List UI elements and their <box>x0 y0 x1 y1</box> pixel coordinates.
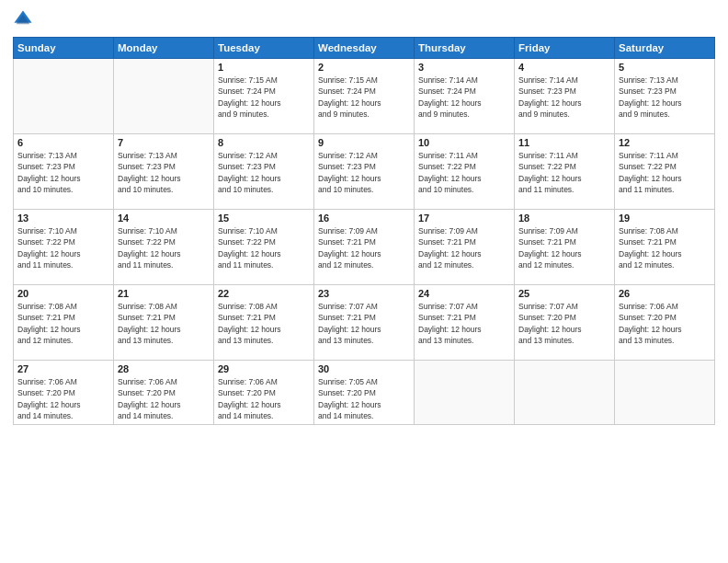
calendar-cell <box>114 59 214 134</box>
calendar-cell <box>415 361 515 425</box>
calendar-cell: 30Sunrise: 7:05 AM Sunset: 7:20 PM Dayli… <box>314 361 415 425</box>
calendar-cell: 8Sunrise: 7:12 AM Sunset: 7:23 PM Daylig… <box>214 134 314 210</box>
day-info: Sunrise: 7:07 AM Sunset: 7:20 PM Dayligh… <box>518 301 610 346</box>
day-number: 24 <box>418 288 510 299</box>
day-info: Sunrise: 7:15 AM Sunset: 7:24 PM Dayligh… <box>318 75 410 120</box>
day-info: Sunrise: 7:09 AM Sunset: 7:21 PM Dayligh… <box>418 225 510 270</box>
weekday-header-row: SundayMondayTuesdayWednesdayThursdayFrid… <box>14 38 715 59</box>
day-number: 21 <box>118 288 210 299</box>
day-number: 4 <box>518 62 610 73</box>
day-number: 27 <box>17 363 109 374</box>
calendar-cell: 20Sunrise: 7:08 AM Sunset: 7:21 PM Dayli… <box>14 285 114 361</box>
calendar-cell: 9Sunrise: 7:12 AM Sunset: 7:23 PM Daylig… <box>314 134 415 210</box>
day-info: Sunrise: 7:12 AM Sunset: 7:23 PM Dayligh… <box>218 150 310 195</box>
day-number: 23 <box>318 288 410 299</box>
calendar-cell: 23Sunrise: 7:07 AM Sunset: 7:21 PM Dayli… <box>314 285 415 361</box>
day-info: Sunrise: 7:10 AM Sunset: 7:22 PM Dayligh… <box>118 225 210 270</box>
logo <box>13 9 35 29</box>
day-number: 7 <box>118 137 210 148</box>
calendar-cell <box>515 361 615 425</box>
day-number: 5 <box>619 62 711 73</box>
week-row-2: 6Sunrise: 7:13 AM Sunset: 7:23 PM Daylig… <box>14 134 715 210</box>
calendar-cell: 28Sunrise: 7:06 AM Sunset: 7:20 PM Dayli… <box>114 361 214 425</box>
day-number: 9 <box>318 137 410 148</box>
day-number: 14 <box>118 213 210 224</box>
week-row-5: 27Sunrise: 7:06 AM Sunset: 7:20 PM Dayli… <box>14 361 715 425</box>
calendar-cell: 19Sunrise: 7:08 AM Sunset: 7:21 PM Dayli… <box>615 210 715 285</box>
day-number: 16 <box>318 213 410 224</box>
day-number: 15 <box>218 213 310 224</box>
day-info: Sunrise: 7:15 AM Sunset: 7:24 PM Dayligh… <box>218 75 310 120</box>
day-number: 10 <box>418 137 510 148</box>
weekday-header-saturday: Saturday <box>615 38 715 59</box>
day-info: Sunrise: 7:11 AM Sunset: 7:22 PM Dayligh… <box>619 150 711 195</box>
calendar-cell: 6Sunrise: 7:13 AM Sunset: 7:23 PM Daylig… <box>14 134 114 210</box>
day-info: Sunrise: 7:12 AM Sunset: 7:23 PM Dayligh… <box>318 150 410 195</box>
calendar-cell: 21Sunrise: 7:08 AM Sunset: 7:21 PM Dayli… <box>114 285 214 361</box>
day-info: Sunrise: 7:08 AM Sunset: 7:21 PM Dayligh… <box>17 301 109 346</box>
day-info: Sunrise: 7:07 AM Sunset: 7:21 PM Dayligh… <box>318 301 410 346</box>
calendar-cell: 14Sunrise: 7:10 AM Sunset: 7:22 PM Dayli… <box>114 210 214 285</box>
week-row-1: 1Sunrise: 7:15 AM Sunset: 7:24 PM Daylig… <box>14 59 715 134</box>
day-number: 20 <box>17 288 109 299</box>
calendar-cell: 16Sunrise: 7:09 AM Sunset: 7:21 PM Dayli… <box>314 210 415 285</box>
day-info: Sunrise: 7:07 AM Sunset: 7:21 PM Dayligh… <box>418 301 510 346</box>
day-number: 22 <box>218 288 310 299</box>
day-info: Sunrise: 7:08 AM Sunset: 7:21 PM Dayligh… <box>218 301 310 346</box>
weekday-header-wednesday: Wednesday <box>314 38 415 59</box>
day-info: Sunrise: 7:14 AM Sunset: 7:23 PM Dayligh… <box>518 75 610 120</box>
calendar-cell: 27Sunrise: 7:06 AM Sunset: 7:20 PM Dayli… <box>14 361 114 425</box>
day-info: Sunrise: 7:13 AM Sunset: 7:23 PM Dayligh… <box>619 75 711 120</box>
calendar-cell: 15Sunrise: 7:10 AM Sunset: 7:22 PM Dayli… <box>214 210 314 285</box>
calendar-cell: 13Sunrise: 7:10 AM Sunset: 7:22 PM Dayli… <box>14 210 114 285</box>
calendar-cell: 24Sunrise: 7:07 AM Sunset: 7:21 PM Dayli… <box>415 285 515 361</box>
weekday-header-thursday: Thursday <box>415 38 515 59</box>
calendar-cell: 22Sunrise: 7:08 AM Sunset: 7:21 PM Dayli… <box>214 285 314 361</box>
calendar-cell: 1Sunrise: 7:15 AM Sunset: 7:24 PM Daylig… <box>214 59 314 134</box>
calendar-table: SundayMondayTuesdayWednesdayThursdayFrid… <box>13 37 715 425</box>
day-number: 18 <box>518 213 610 224</box>
weekday-header-friday: Friday <box>515 38 615 59</box>
week-row-4: 20Sunrise: 7:08 AM Sunset: 7:21 PM Dayli… <box>14 285 715 361</box>
weekday-header-tuesday: Tuesday <box>214 38 314 59</box>
day-info: Sunrise: 7:09 AM Sunset: 7:21 PM Dayligh… <box>518 225 610 270</box>
weekday-header-monday: Monday <box>114 38 214 59</box>
day-info: Sunrise: 7:05 AM Sunset: 7:20 PM Dayligh… <box>318 376 410 421</box>
calendar-cell: 17Sunrise: 7:09 AM Sunset: 7:21 PM Dayli… <box>415 210 515 285</box>
header <box>13 9 715 29</box>
day-info: Sunrise: 7:06 AM Sunset: 7:20 PM Dayligh… <box>118 376 210 421</box>
day-info: Sunrise: 7:11 AM Sunset: 7:22 PM Dayligh… <box>418 150 510 195</box>
day-number: 11 <box>518 137 610 148</box>
day-info: Sunrise: 7:13 AM Sunset: 7:23 PM Dayligh… <box>118 150 210 195</box>
day-number: 1 <box>218 62 310 73</box>
day-number: 3 <box>418 62 510 73</box>
day-number: 26 <box>619 288 711 299</box>
day-info: Sunrise: 7:06 AM Sunset: 7:20 PM Dayligh… <box>218 376 310 421</box>
day-number: 17 <box>418 213 510 224</box>
calendar-cell: 3Sunrise: 7:14 AM Sunset: 7:24 PM Daylig… <box>415 59 515 134</box>
weekday-header-sunday: Sunday <box>14 38 114 59</box>
day-number: 6 <box>17 137 109 148</box>
day-number: 30 <box>318 363 410 374</box>
day-number: 19 <box>619 213 711 224</box>
calendar-cell: 2Sunrise: 7:15 AM Sunset: 7:24 PM Daylig… <box>314 59 415 134</box>
day-info: Sunrise: 7:10 AM Sunset: 7:22 PM Dayligh… <box>218 225 310 270</box>
day-info: Sunrise: 7:06 AM Sunset: 7:20 PM Dayligh… <box>17 376 109 421</box>
day-number: 8 <box>218 137 310 148</box>
calendar-cell: 5Sunrise: 7:13 AM Sunset: 7:23 PM Daylig… <box>615 59 715 134</box>
day-number: 25 <box>518 288 610 299</box>
week-row-3: 13Sunrise: 7:10 AM Sunset: 7:22 PM Dayli… <box>14 210 715 285</box>
day-info: Sunrise: 7:11 AM Sunset: 7:22 PM Dayligh… <box>518 150 610 195</box>
calendar-cell <box>14 59 114 134</box>
calendar-cell: 29Sunrise: 7:06 AM Sunset: 7:20 PM Dayli… <box>214 361 314 425</box>
day-info: Sunrise: 7:13 AM Sunset: 7:23 PM Dayligh… <box>17 150 109 195</box>
calendar-cell: 7Sunrise: 7:13 AM Sunset: 7:23 PM Daylig… <box>114 134 214 210</box>
day-info: Sunrise: 7:08 AM Sunset: 7:21 PM Dayligh… <box>118 301 210 346</box>
day-info: Sunrise: 7:10 AM Sunset: 7:22 PM Dayligh… <box>17 225 109 270</box>
calendar-cell <box>615 361 715 425</box>
calendar-cell: 11Sunrise: 7:11 AM Sunset: 7:22 PM Dayli… <box>515 134 615 210</box>
day-number: 28 <box>118 363 210 374</box>
calendar-cell: 4Sunrise: 7:14 AM Sunset: 7:23 PM Daylig… <box>515 59 615 134</box>
calendar-cell: 18Sunrise: 7:09 AM Sunset: 7:21 PM Dayli… <box>515 210 615 285</box>
day-info: Sunrise: 7:06 AM Sunset: 7:20 PM Dayligh… <box>619 301 711 346</box>
